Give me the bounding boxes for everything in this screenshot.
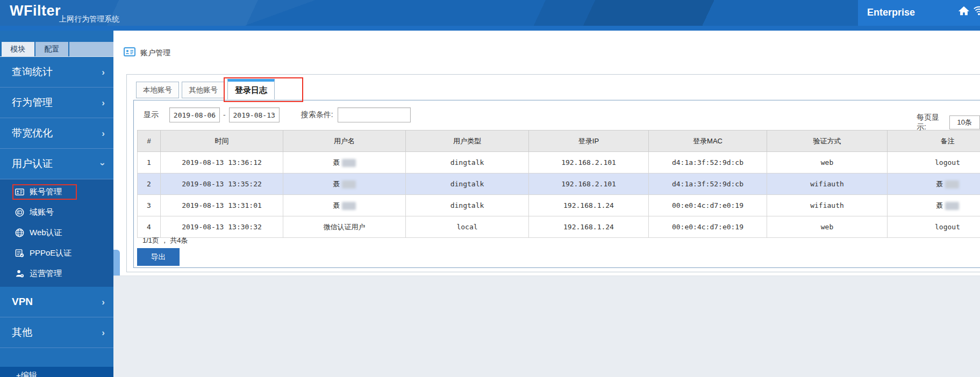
table-cell: d4:1a:3f:52:9d:cb bbox=[649, 152, 767, 173]
table-cell: 192.168.1.24 bbox=[529, 195, 649, 216]
sidebar-item-domain-account[interactable]: 域账号 bbox=[0, 202, 113, 222]
column-header: 备注 bbox=[888, 130, 980, 152]
column-header: 登录MAC bbox=[649, 130, 767, 152]
sidebar-item-label: 其他 bbox=[12, 325, 32, 339]
table-cell: 聂 bbox=[283, 173, 406, 195]
sidebar-item-label: 用户认证 bbox=[12, 157, 53, 171]
table-cell: 192.168.2.101 bbox=[529, 152, 649, 173]
date-range-separator: - bbox=[223, 111, 226, 119]
sidebar-subitem-label: 账号管理 bbox=[30, 187, 62, 197]
sidebar-item-web-auth[interactable]: Web认证 bbox=[0, 222, 113, 243]
table-cell: web bbox=[767, 216, 888, 238]
annotation-box-login-log-tab bbox=[224, 77, 303, 102]
login-log-table-wrap: #时间用户名用户类型登录IP登录MAC验证方式备注 12019-08-13 13… bbox=[137, 130, 980, 238]
top-header: WFilter 上网行为管理系统 Enterprise bbox=[0, 0, 980, 31]
table-row[interactable]: 12019-08-13 13:36:12聂dingtalk192.168.2.1… bbox=[138, 152, 980, 173]
sidebar-subitem-label: 运营管理 bbox=[30, 269, 62, 279]
column-header: 时间 bbox=[161, 130, 283, 152]
chevron-right-icon bbox=[102, 328, 105, 337]
table-cell: dingtalk bbox=[406, 152, 529, 173]
table-cell: 聂 bbox=[888, 173, 980, 195]
table-cell: 2019-08-13 13:36:12 bbox=[161, 152, 283, 173]
login-log-pane: 显示 - 搜索条件: #时间用户名用户类型登录IP登录MAC验证方式备注 120… bbox=[133, 100, 980, 268]
sidebar-subitem-label: Web认证 bbox=[30, 228, 62, 238]
id-card-icon bbox=[15, 187, 24, 197]
page-size-control: 每页显示: 10条 bbox=[917, 113, 980, 132]
page-size-select[interactable]: 10条 bbox=[949, 115, 980, 129]
redaction-smudge bbox=[342, 180, 356, 189]
sidebar-item-account-mgmt[interactable]: 账号管理 bbox=[0, 182, 113, 202]
sidebar-item-label: 行为管理 bbox=[12, 96, 53, 110]
table-cell: wifiauth bbox=[767, 195, 888, 216]
sidebar-item-vpn[interactable]: VPN bbox=[0, 287, 113, 317]
annotation-box-account-mgmt: 账号管理 bbox=[12, 184, 77, 200]
sidebar-item-query-stats[interactable]: 查询统计 bbox=[0, 57, 113, 88]
page-title: 账户管理 bbox=[140, 48, 170, 58]
page-footer-area bbox=[113, 276, 980, 377]
tab-local-accounts[interactable]: 本地账号 bbox=[136, 82, 179, 98]
table-row[interactable]: 22019-08-13 13:35:22聂dingtalk192.168.2.1… bbox=[138, 173, 980, 195]
globe-icon bbox=[15, 228, 24, 237]
redaction-smudge bbox=[342, 202, 356, 210]
home-icon[interactable] bbox=[958, 5, 970, 17]
column-header: 用户类型 bbox=[406, 130, 529, 152]
table-row[interactable]: 42019-08-13 13:30:32微信认证用户local192.168.1… bbox=[138, 216, 980, 238]
chevron-right-icon bbox=[102, 298, 105, 307]
page-size-label: 每页显示: bbox=[917, 113, 946, 132]
pagination-info: 1/1页 ， 共4条 bbox=[142, 236, 188, 245]
date-from-input[interactable] bbox=[169, 107, 220, 122]
table-cell: d4:1a:3f:52:9d:cb bbox=[649, 173, 767, 195]
sidebar-item-label: 带宽优化 bbox=[12, 126, 53, 140]
table-cell: 2019-08-13 13:31:01 bbox=[161, 195, 283, 216]
sidebar-item-other[interactable]: 其他 bbox=[0, 317, 113, 348]
domain-account-icon bbox=[15, 208, 24, 217]
chevron-right-icon bbox=[102, 68, 105, 77]
table-cell: 3 bbox=[138, 195, 161, 216]
app-subtitle: 上网行为管理系统 bbox=[59, 15, 119, 24]
table-cell: 聂 bbox=[283, 195, 406, 216]
sidebar-tab-config[interactable]: 配置 bbox=[35, 42, 68, 56]
table-head-row: #时间用户名用户类型登录IP登录MAC验证方式备注 bbox=[138, 130, 980, 152]
redaction-smudge bbox=[945, 180, 959, 189]
sidebar-tab-modules[interactable]: 模块 bbox=[2, 42, 34, 56]
edition-label: Enterprise bbox=[867, 7, 915, 18]
table-cell: dingtalk bbox=[406, 173, 529, 195]
chevron-down-icon bbox=[99, 162, 108, 165]
sidebar-item-pppoe-auth[interactable]: PPPoE认证 bbox=[0, 243, 113, 263]
table-cell: 2019-08-13 13:30:32 bbox=[161, 216, 283, 238]
tab-other-accounts[interactable]: 其他账号 bbox=[182, 82, 225, 98]
table-cell: 2019-08-13 13:35:22 bbox=[161, 173, 283, 195]
sidebar-item-user-auth[interactable]: 用户认证 bbox=[0, 149, 113, 179]
date-to-input[interactable] bbox=[229, 107, 280, 122]
table-cell: 192.168.2.101 bbox=[529, 173, 649, 195]
table-row[interactable]: 32019-08-13 13:31:01聂dingtalk192.168.1.2… bbox=[138, 195, 980, 216]
redaction-smudge bbox=[945, 202, 959, 210]
sidebar-tab-filler bbox=[69, 42, 113, 56]
redaction-smudge bbox=[342, 159, 356, 167]
column-header: 用户名 bbox=[283, 130, 406, 152]
sidebar-item-operation-mgmt[interactable]: 运营管理 bbox=[0, 263, 113, 284]
account-card-icon bbox=[124, 47, 135, 56]
filter-row: 显示 - 搜索条件: bbox=[144, 107, 411, 122]
sidebar-footer-edit[interactable]: +编辑 bbox=[0, 367, 113, 377]
table-cell: wifiauth bbox=[767, 173, 888, 195]
table-cell: 聂 bbox=[888, 195, 980, 216]
table-cell: dingtalk bbox=[406, 195, 529, 216]
sidebar-subitem-label: PPPoE认证 bbox=[30, 248, 71, 258]
table-cell: 1 bbox=[138, 152, 161, 173]
sidebar-item-behavior-mgmt[interactable]: 行为管理 bbox=[0, 88, 113, 118]
sidebar-item-label: VPN bbox=[12, 296, 33, 308]
chevron-right-icon bbox=[102, 98, 105, 107]
search-input[interactable] bbox=[338, 107, 411, 122]
app-logo: WFilter bbox=[10, 3, 61, 19]
table-cell: local bbox=[406, 216, 529, 238]
wifi-icon[interactable] bbox=[973, 5, 980, 17]
column-header: 验证方式 bbox=[767, 130, 888, 152]
sidebar: 模块 配置 查询统计 行为管理 带宽优化 用户认证 bbox=[0, 31, 113, 377]
sidebar-item-bandwidth[interactable]: 带宽优化 bbox=[0, 118, 113, 149]
operator-icon bbox=[15, 269, 24, 278]
table-cell: logout bbox=[888, 152, 980, 173]
export-button[interactable]: 导出 bbox=[137, 248, 180, 266]
column-header: 登录IP bbox=[529, 130, 649, 152]
table-cell: 4 bbox=[138, 216, 161, 238]
